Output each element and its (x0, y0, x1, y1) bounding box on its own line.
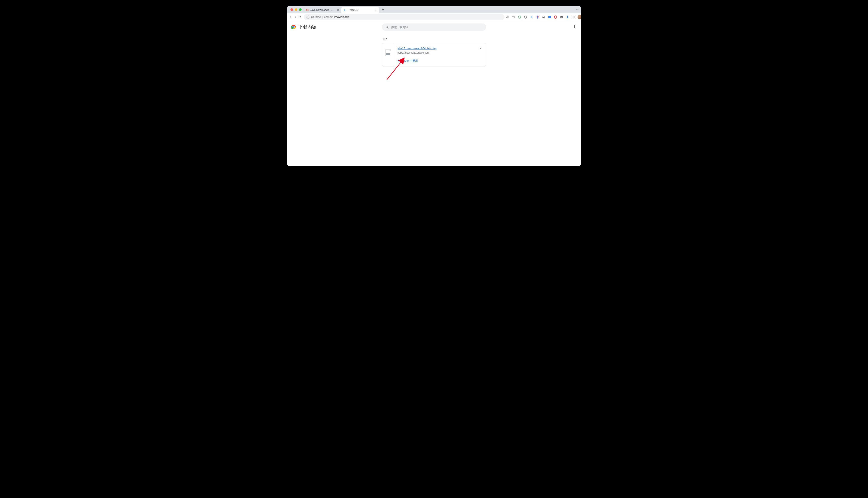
tab-label: 下载内容 (348, 8, 372, 12)
svg-point-22 (574, 26, 575, 27)
page-more-menu[interactable] (573, 25, 576, 28)
download-filename-link[interactable]: jdk-17_macos-aarch64_bin.dmg (397, 47, 437, 50)
svg-rect-9 (548, 16, 551, 18)
omnibox-url-path: //downloads (334, 15, 349, 18)
downloads-search-input[interactable] (391, 25, 483, 29)
window-minimize-button[interactable] (295, 8, 297, 11)
extension-paw-icon[interactable] (542, 15, 546, 19)
extension-shield-green-icon[interactable] (518, 15, 522, 19)
downloads-page: 下载内容 今天 jdk-17_macos-a (287, 21, 581, 166)
toolbar-actions: X (506, 15, 581, 19)
extension-x-icon[interactable]: X (530, 15, 534, 19)
svg-point-8 (543, 17, 544, 18)
extensions-puzzle-icon[interactable] (560, 15, 563, 19)
download-source-url: https://download.oracle.com (397, 51, 483, 54)
browser-window: Java Downloads | Oracle × 下载内容 × + (287, 6, 581, 166)
download-item: jdk-17_macos-aarch64_bin.dmg https://dow… (382, 43, 486, 66)
svg-point-0 (306, 9, 308, 11)
svg-point-10 (554, 16, 557, 18)
forward-button[interactable] (293, 14, 297, 20)
chrome-logo-icon (291, 25, 296, 29)
tab-downloads[interactable]: 下载内容 × (341, 7, 379, 13)
downloads-toolbar-icon[interactable] (565, 15, 570, 19)
reload-button[interactable] (298, 14, 302, 20)
svg-point-6 (542, 17, 543, 17)
omnibox-url-scheme: chrome: (324, 15, 334, 18)
address-bar[interactable]: Chrome | chrome://downloads (304, 14, 505, 20)
extension-blue-square-icon[interactable] (548, 15, 551, 19)
svg-point-5 (544, 16, 545, 17)
svg-rect-3 (308, 17, 308, 18)
window-zoom-button[interactable] (299, 8, 302, 11)
tab-label: Java Downloads | Oracle (310, 9, 335, 12)
svg-point-23 (574, 27, 575, 28)
svg-point-2 (308, 16, 308, 17)
show-in-finder-link[interactable]: 在 Finder 中显示 (397, 59, 418, 63)
side-panel-icon[interactable] (572, 15, 575, 19)
extension-shield-grey-icon[interactable] (524, 15, 527, 19)
back-button[interactable] (289, 14, 292, 20)
page-title: 下载内容 (298, 24, 317, 30)
bookmark-star-icon[interactable] (512, 15, 515, 19)
search-icon (385, 25, 389, 29)
download-favicon-icon (343, 8, 346, 12)
download-file-icon-area (382, 43, 394, 66)
tab-close-button[interactable]: × (336, 8, 340, 12)
dmg-file-icon (385, 49, 391, 56)
tab-strip: Java Downloads | Oracle × 下载内容 × + (287, 6, 581, 13)
tab-close-button[interactable]: × (374, 8, 377, 12)
remove-download-button[interactable]: × (478, 46, 483, 51)
tab-search-button[interactable] (576, 8, 579, 11)
downloads-list: 今天 jdk-17_macos-aarch64_bin.dmg https://… (382, 33, 486, 66)
oracle-favicon-icon (305, 8, 309, 12)
extension-colorful-icon[interactable] (536, 15, 539, 19)
window-close-button[interactable] (291, 8, 293, 11)
svg-point-7 (544, 17, 545, 17)
section-today-label: 今天 (382, 37, 486, 41)
tab-java-downloads[interactable]: Java Downloads | Oracle × (304, 7, 341, 13)
extension-opera-icon[interactable] (553, 15, 558, 19)
window-controls (289, 8, 304, 11)
profile-avatar[interactable] (577, 15, 581, 19)
omnibox-scheme-label: Chrome (311, 15, 321, 18)
svg-rect-11 (572, 16, 575, 18)
new-tab-button[interactable]: + (380, 6, 386, 13)
share-icon[interactable] (506, 15, 510, 19)
svg-line-20 (388, 28, 388, 29)
browser-toolbar: Chrome | chrome://downloads X (287, 13, 581, 21)
omnibox-separator: | (322, 15, 323, 18)
downloads-search-bar[interactable] (382, 24, 486, 31)
svg-point-21 (574, 25, 575, 26)
omnibox-url: chrome://downloads (324, 15, 349, 18)
site-info-icon[interactable] (306, 15, 310, 19)
svg-point-4 (542, 16, 543, 17)
